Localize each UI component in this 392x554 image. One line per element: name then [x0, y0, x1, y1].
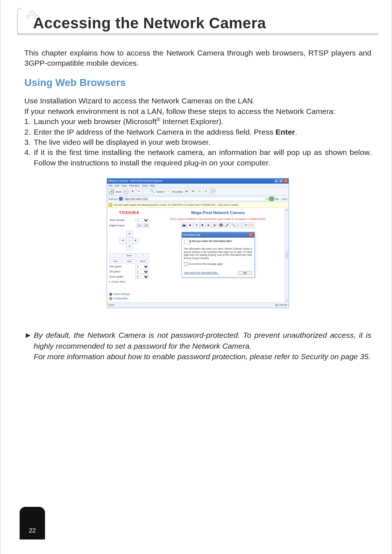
video-toolbar: 📷 ⏺ ⏸ ⏹ ▶ 🔊 🔇 🎤 🔍 ⛶	[154, 222, 282, 228]
scroll-thumb[interactable]	[286, 251, 288, 259]
record-icon[interactable]: ⏺	[187, 222, 193, 228]
global-view-toggle[interactable]: ▸ Global View:	[109, 280, 149, 283]
ie-page-icon	[119, 197, 123, 201]
zoom-out[interactable]: -	[109, 253, 122, 258]
step-2: 2. Enter the IP address of the Network C…	[24, 127, 371, 137]
zoom-speed-select[interactable]: 0	[135, 275, 149, 279]
history-icon[interactable]: ◉	[184, 189, 189, 194]
section-heading-web-browsers: Using Web Browsers	[24, 76, 371, 90]
refresh-icon[interactable]: ⟳	[137, 189, 142, 194]
favorites-icon[interactable]: ★	[166, 189, 171, 194]
ptz-dpad: ▲ ▼ ◄ ► ⌂	[119, 231, 139, 250]
stop-icon[interactable]: ⏹	[200, 222, 205, 228]
ie-information-bar[interactable]: This site might require the following Ac…	[107, 202, 289, 208]
menu-edit[interactable]: Edit	[115, 184, 119, 187]
go-label: Go	[275, 197, 278, 201]
client-settings-link[interactable]: Client Settings	[109, 292, 149, 296]
favorites-label: Favorites	[172, 190, 183, 193]
menu-help[interactable]: Help	[150, 184, 155, 187]
edit-icon[interactable]: ✎	[204, 189, 209, 194]
menu-file[interactable]: File	[109, 184, 113, 187]
settings-icon[interactable]: ⚙	[243, 222, 249, 228]
page-number: 22	[29, 527, 36, 534]
print-icon[interactable]: ⎙	[197, 189, 203, 194]
page-number-tab: 22	[20, 507, 45, 539]
content-frame: Accessing the Network Camera This chapte…	[21, 0, 375, 554]
zoom-label: Zoom	[123, 253, 135, 258]
pre-steps-line: If your network environment is not a LAN…	[24, 106, 371, 116]
ie-address-bar: Address ▾ Go Links	[107, 196, 289, 202]
dpad-home[interactable]: ⌂	[126, 238, 133, 244]
pan-button[interactable]: Pan	[109, 259, 122, 263]
scroll-down-icon[interactable]: ▼	[286, 299, 288, 302]
scroll-up-icon[interactable]: ▲	[286, 208, 288, 211]
close-button[interactable]: ×	[283, 179, 288, 183]
volume-icon[interactable]: 🔊	[212, 222, 218, 228]
dialog-close-button[interactable]: ×	[249, 233, 253, 237]
menu-view[interactable]: View	[121, 184, 127, 187]
stop-icon[interactable]: ✖	[130, 189, 135, 194]
digital-output-row: Digital Output On Off	[109, 223, 149, 227]
globe-icon	[275, 304, 278, 307]
ie-toolbar: ◄ Back ► ✖ ⟳ ⌂ 🔍 Search ★ Favorites ◉ ✉ …	[107, 188, 289, 196]
dpad-left[interactable]: ◄	[119, 238, 126, 244]
dpad-down[interactable]: ▼	[126, 244, 133, 250]
links-label[interactable]: Links	[281, 197, 287, 201]
menu-tools[interactable]: Tools	[142, 184, 147, 187]
play-icon[interactable]: ▶	[206, 222, 212, 228]
status-done: Done	[109, 304, 114, 306]
steps-list: 1. Launch your web browser (Microsoft® I…	[24, 116, 371, 168]
ie-scrollbar[interactable]: ▲ ▼	[285, 208, 289, 302]
tilt-speed-select[interactable]: 0	[135, 270, 149, 274]
maximize-button[interactable]: □	[279, 179, 283, 183]
patrol-button[interactable]: Patrol	[136, 259, 149, 263]
folder-icon[interactable]: 📁	[249, 222, 255, 228]
tool-icon	[109, 297, 112, 300]
address-label: Address	[109, 197, 118, 201]
digital-output-off[interactable]: Off	[143, 223, 149, 227]
menu-favorites[interactable]: Favorites	[129, 184, 139, 187]
dialog-titlebar: Information Bar ×	[182, 232, 254, 238]
mail-icon[interactable]: ✉	[191, 189, 196, 194]
minimize-button[interactable]: _	[274, 179, 278, 183]
checkbox-icon[interactable]	[184, 262, 188, 266]
configuration-link[interactable]: Configuration	[109, 297, 149, 300]
video-stream-label: Video Stream	[109, 218, 124, 222]
step-text: If it is the first time installing the n…	[34, 147, 371, 168]
pause-icon[interactable]: ⏸	[193, 222, 199, 228]
ie-status-bar: Done Internet	[107, 302, 289, 308]
step-text: Enter the IP address of the Network Came…	[34, 127, 297, 137]
go-button[interactable]	[269, 197, 274, 201]
discuss-icon[interactable]: 💬	[211, 189, 216, 194]
note-arrow-icon: ►	[24, 330, 34, 362]
tilt-speed-label: Tilt speed	[109, 270, 120, 273]
search-icon[interactable]: 🔍	[150, 189, 155, 194]
video-stream-select[interactable]: 1	[135, 218, 149, 222]
ok-button[interactable]: OK	[238, 271, 252, 275]
back-label: Back	[116, 190, 122, 193]
zoom-in[interactable]: +	[136, 253, 149, 258]
pan-speed-select[interactable]: 0	[135, 265, 149, 268]
zoom-icon[interactable]: 🔍	[230, 222, 236, 228]
learn-more-link[interactable]: Learn about the Information Bar...	[184, 271, 219, 275]
ie-titlebar: Network Camera - Microsoft Internet Expl…	[107, 178, 289, 184]
snapshot-icon[interactable]: 📷	[181, 222, 187, 228]
back-button[interactable]: ◄	[109, 189, 114, 194]
forward-button[interactable]: ►	[123, 189, 129, 194]
home-icon[interactable]: ⌂	[143, 189, 148, 194]
svg-point-1	[30, 11, 34, 15]
digital-output-on[interactable]: On	[136, 223, 142, 227]
fullscreen-icon[interactable]: ⛶	[237, 222, 242, 228]
address-input[interactable]	[124, 197, 266, 201]
mute-icon[interactable]: 🔇	[218, 222, 224, 228]
svg-point-0	[27, 15, 30, 18]
mic-icon[interactable]: 🎤	[224, 222, 230, 228]
camera-main-panel: Mega-Pixel Network Camera This is a plug…	[151, 208, 285, 302]
dpad-right[interactable]: ►	[132, 238, 139, 244]
camera-page-title: Mega-Pixel Network Camera	[154, 210, 282, 216]
stop-button[interactable]: Stop	[123, 259, 135, 263]
dialog-checkbox-row[interactable]: Do not show this message again	[184, 262, 252, 266]
dpad-up[interactable]: ▲	[126, 231, 133, 237]
search-label: Search	[156, 190, 164, 193]
zoom-speed-label: Zoom speed	[109, 275, 123, 278]
